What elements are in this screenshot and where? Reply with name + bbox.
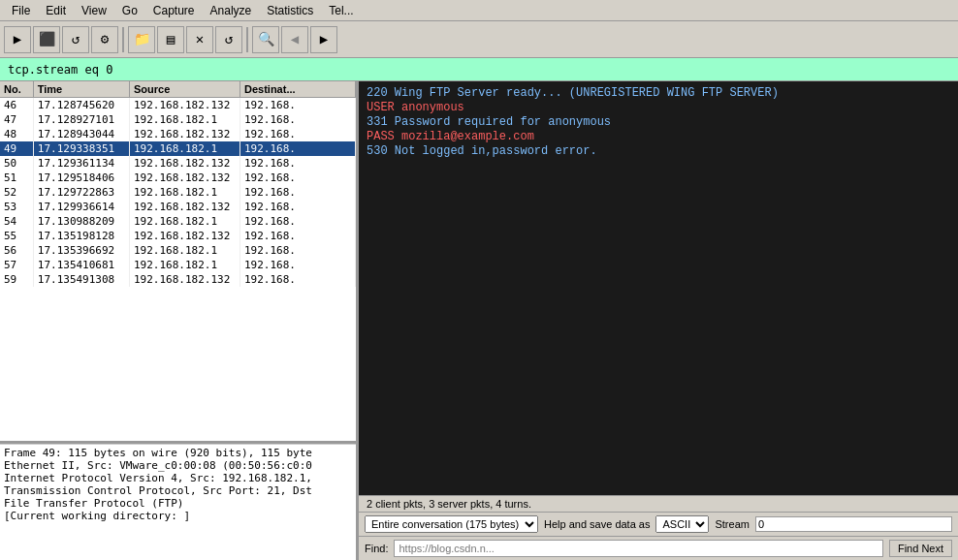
menu-statistics[interactable]: Statistics	[259, 2, 321, 19]
cell-source: 192.168.182.132	[130, 156, 240, 171]
filterbar	[0, 58, 958, 81]
table-row[interactable]: 52 17.129722863 192.168.182.1 192.168.	[0, 185, 356, 200]
cell-source: 192.168.182.1	[130, 243, 240, 258]
cell-time: 17.129518406	[34, 171, 130, 185]
menubar: File Edit View Go Capture Analyze Statis…	[0, 0, 958, 21]
toolbar: ▶ ⬛ ↺ ⚙ 📁 ▤ ✕ ↺ 🔍 ◀ ▶	[0, 21, 958, 58]
main-area: No. Time Source Destinat... 46 17.128745…	[0, 81, 958, 560]
table-row[interactable]: 57 17.135410681 192.168.182.1 192.168.	[0, 258, 356, 272]
table-row[interactable]: 48 17.128943044 192.168.182.132 192.168.	[0, 127, 356, 141]
detail-line: File Transfer Protocol (FTP)	[4, 497, 352, 510]
menu-edit[interactable]: Edit	[38, 2, 74, 19]
cell-destination: 192.168.	[240, 200, 356, 214]
cell-destination: 192.168.	[240, 141, 356, 156]
cell-no: 46	[0, 98, 34, 112]
forward-button[interactable]: ▶	[310, 26, 337, 53]
conversation-line: 530 Not logged in,password error.	[367, 144, 950, 158]
cell-source: 192.168.182.132	[130, 200, 240, 214]
cell-source: 192.168.182.132	[130, 98, 240, 112]
cell-time: 17.130988209	[34, 214, 130, 229]
cell-no: 47	[0, 112, 34, 127]
table-row[interactable]: 53 17.129936614 192.168.182.132 192.168.	[0, 200, 356, 214]
cell-destination: 192.168.	[240, 272, 356, 287]
find-next-button[interactable]: Find Next	[889, 540, 952, 557]
restart-button[interactable]: ↺	[62, 26, 89, 53]
back-button[interactable]: ◀	[281, 26, 308, 53]
stream-number[interactable]	[755, 516, 952, 532]
cell-source: 192.168.182.1	[130, 112, 240, 127]
conversation-content: 220 Wing FTP Server ready... (UNREGISTER…	[359, 81, 958, 495]
filter-input[interactable]	[4, 61, 954, 78]
cell-time: 17.129936614	[34, 200, 130, 214]
conversation-selector[interactable]: Entire conversation (175 bytes)	[365, 515, 538, 533]
col-header-time: Time	[34, 81, 130, 97]
table-row[interactable]: 51 17.129518406 192.168.182.132 192.168.	[0, 171, 356, 185]
separator-1	[122, 27, 124, 52]
cell-destination: 192.168.	[240, 171, 356, 185]
conversation-line: 331 Password required for anonymous	[367, 115, 950, 129]
cell-no: 49	[0, 141, 34, 156]
stream-label: Stream	[715, 518, 749, 530]
cell-no: 59	[0, 272, 34, 287]
table-row[interactable]: 54 17.130988209 192.168.182.1 192.168.	[0, 214, 356, 229]
menu-analyze[interactable]: Analyze	[203, 2, 260, 19]
table-row[interactable]: 55 17.135198128 192.168.182.132 192.168.	[0, 229, 356, 243]
cell-time: 17.128745620	[34, 98, 130, 112]
menu-go[interactable]: Go	[114, 2, 145, 19]
cell-time: 17.135396692	[34, 243, 130, 258]
col-header-no: No.	[0, 81, 34, 97]
cell-no: 53	[0, 200, 34, 214]
cell-destination: 192.168.	[240, 258, 356, 272]
conversation-panel: 220 Wing FTP Server ready... (UNREGISTER…	[359, 81, 958, 560]
conversation-controls: Entire conversation (175 bytes) Help and…	[359, 512, 958, 536]
cell-time: 17.135410681	[34, 258, 130, 272]
open-file-button[interactable]: 📁	[128, 26, 155, 53]
stop-button[interactable]: ⬛	[33, 26, 60, 53]
cell-no: 48	[0, 127, 34, 141]
cell-time: 17.135198128	[34, 229, 130, 243]
menu-view[interactable]: View	[74, 2, 114, 19]
format-selector[interactable]: ASCII HEX	[655, 515, 709, 533]
cell-no: 56	[0, 243, 34, 258]
col-header-source: Source	[130, 81, 240, 97]
open-button[interactable]: ⚙	[91, 26, 118, 53]
packet-list-header: No. Time Source Destinat...	[0, 81, 356, 98]
new-capture-button[interactable]: ▶	[4, 26, 31, 53]
close-button[interactable]: ✕	[186, 26, 213, 53]
cell-time: 17.128927101	[34, 112, 130, 127]
cell-destination: 192.168.	[240, 243, 356, 258]
save-button[interactable]: ▤	[157, 26, 184, 53]
cell-destination: 192.168.	[240, 229, 356, 243]
table-row[interactable]: 47 17.128927101 192.168.182.1 192.168.	[0, 112, 356, 127]
menu-capture[interactable]: Capture	[145, 2, 203, 19]
detail-line: Transmission Control Protocol, Src Port:…	[4, 484, 352, 497]
table-row[interactable]: 46 17.128745620 192.168.182.132 192.168.	[0, 98, 356, 112]
conversation-status: 2 client pkts, 3 server pkts, 4 turns.	[359, 495, 958, 512]
cell-source: 192.168.182.132	[130, 127, 240, 141]
cell-source: 192.168.182.1	[130, 185, 240, 200]
cell-destination: 192.168.	[240, 156, 356, 171]
cell-source: 192.168.182.1	[130, 214, 240, 229]
cell-destination: 192.168.	[240, 185, 356, 200]
table-row[interactable]: 50 17.129361134 192.168.182.132 192.168.	[0, 156, 356, 171]
table-row[interactable]: 59 17.135491308 192.168.182.132 192.168.	[0, 272, 356, 287]
table-row[interactable]: 56 17.135396692 192.168.182.1 192.168.	[0, 243, 356, 258]
cell-time: 17.129722863	[34, 185, 130, 200]
find-input[interactable]	[394, 540, 882, 557]
left-panel: No. Time Source Destinat... 46 17.128745…	[0, 81, 359, 560]
menu-file[interactable]: File	[4, 2, 38, 19]
detail-line: Internet Protocol Version 4, Src: 192.16…	[4, 472, 352, 484]
cell-destination: 192.168.	[240, 214, 356, 229]
status-text: 2 client pkts, 3 server pkts, 4 turns.	[367, 498, 531, 510]
conversation-line: USER anonymous	[367, 101, 950, 114]
find-label: Find:	[365, 543, 388, 554]
detail-line: [Current working directory: ]	[4, 510, 352, 522]
conversation-line: PASS mozilla@example.com	[367, 130, 950, 143]
menu-tel[interactable]: Tel...	[321, 2, 361, 19]
col-header-destination: Destinat...	[240, 81, 356, 97]
table-row[interactable]: 49 17.129338351 192.168.182.1 192.168.	[0, 141, 356, 156]
cell-source: 192.168.182.132	[130, 272, 240, 287]
detail-line: Frame 49: 115 bytes on wire (920 bits), …	[4, 447, 352, 459]
find-button[interactable]: 🔍	[252, 26, 279, 53]
reload-button[interactable]: ↺	[215, 26, 242, 53]
